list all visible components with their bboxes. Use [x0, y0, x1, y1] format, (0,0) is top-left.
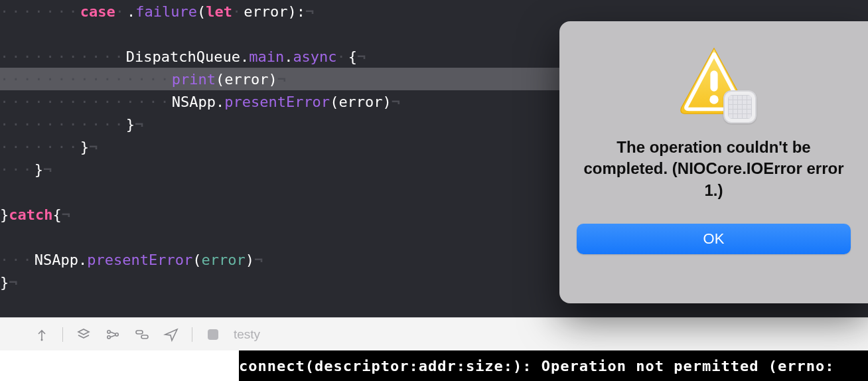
separator — [62, 327, 63, 342]
code-token: · — [337, 48, 348, 65]
code-token: } — [80, 139, 89, 155]
debug-bar: testy — [0, 317, 868, 350]
code-token: ) — [246, 252, 254, 268]
code-token: async — [293, 48, 336, 65]
ok-button[interactable]: OK — [577, 224, 851, 254]
code-token: error — [244, 3, 287, 20]
code-token: . — [78, 252, 87, 268]
svg-rect-4 — [136, 331, 143, 334]
whitespace-indicator: ··········· — [0, 48, 126, 65]
console-output[interactable]: connect(descriptor:addr:size:): Operatio… — [239, 350, 868, 381]
newline-indicator: ¬ — [43, 161, 52, 178]
code-token: . — [284, 48, 293, 65]
code-token: ) — [383, 94, 392, 110]
code-token: let — [206, 3, 232, 20]
newline-indicator: ¬ — [9, 274, 17, 291]
code-token: ): — [287, 3, 305, 20]
svg-point-3 — [115, 333, 118, 335]
code-token: } — [35, 161, 43, 178]
scheme-name[interactable]: testy — [234, 327, 260, 342]
code-token: case — [80, 3, 115, 20]
whitespace-indicator: ··· — [0, 161, 35, 178]
newline-indicator: ¬ — [357, 48, 366, 65]
warning-icon — [677, 44, 751, 118]
code-token: presentError — [87, 252, 192, 268]
newline-indicator: ¬ — [277, 71, 286, 88]
svg-point-8 — [709, 95, 718, 104]
whitespace-indicator: ······· — [0, 139, 80, 155]
code-token: . — [216, 94, 224, 110]
whitespace-indicator: ··············· — [0, 71, 172, 88]
code-token: presentError — [224, 94, 330, 110]
code-token: · — [115, 3, 127, 20]
code-token: ( — [330, 94, 338, 110]
code-token: main — [249, 48, 284, 65]
alert-message: The operation couldn't be completed. (NI… — [577, 137, 851, 201]
code-token: . — [240, 48, 249, 65]
variables-view[interactable] — [0, 350, 239, 381]
code-token: print — [172, 71, 216, 88]
step-out-icon[interactable] — [33, 326, 50, 343]
code-token: · — [232, 3, 244, 20]
code-token: DispatchQueue — [126, 48, 240, 65]
code-token: error — [201, 252, 245, 268]
code-token: failure — [135, 3, 197, 20]
code-token: NSApp — [172, 94, 216, 110]
newline-indicator: ¬ — [392, 94, 400, 110]
newline-indicator: ¬ — [135, 116, 143, 133]
code-token: } — [0, 274, 9, 291]
whitespace-indicator: ··· — [0, 252, 35, 268]
code-token: NSApp — [35, 252, 78, 268]
code-token: { — [348, 48, 357, 65]
error-alert: The operation couldn't be completed. (NI… — [559, 21, 868, 303]
code-line[interactable]: ·······case·.failure(let·error):¬ — [0, 0, 868, 23]
code-token: catch — [9, 206, 52, 223]
code-token: } — [126, 116, 135, 133]
svg-rect-7 — [710, 70, 717, 91]
whitespace-indicator: ······· — [0, 3, 80, 20]
newline-indicator: ¬ — [62, 206, 70, 223]
env-overrides-icon[interactable] — [133, 326, 151, 343]
code-token: } — [0, 206, 9, 223]
svg-point-0 — [41, 339, 43, 341]
newline-indicator: ¬ — [89, 139, 98, 155]
location-icon[interactable] — [163, 326, 180, 343]
app-badge-icon — [723, 90, 757, 123]
svg-point-2 — [108, 335, 110, 338]
whitespace-indicator: ··············· — [0, 94, 172, 110]
code-token: error — [224, 71, 268, 88]
code-token: . — [127, 3, 135, 20]
code-token: ( — [192, 252, 201, 268]
newline-indicator: ¬ — [254, 252, 263, 268]
code-token: ( — [197, 3, 206, 20]
memory-graph-icon[interactable] — [104, 326, 121, 343]
whitespace-indicator: ··········· — [0, 116, 126, 133]
svg-rect-6 — [208, 329, 218, 340]
code-token: ( — [216, 71, 224, 88]
newline-indicator: ¬ — [305, 3, 314, 20]
stack-icon[interactable] — [75, 326, 92, 343]
code-token: { — [52, 206, 61, 223]
code-token: ) — [268, 71, 277, 88]
svg-point-1 — [108, 330, 110, 333]
svg-rect-5 — [141, 335, 148, 339]
separator — [192, 327, 192, 342]
code-token: error — [338, 94, 382, 110]
scheme-icon — [204, 326, 222, 343]
